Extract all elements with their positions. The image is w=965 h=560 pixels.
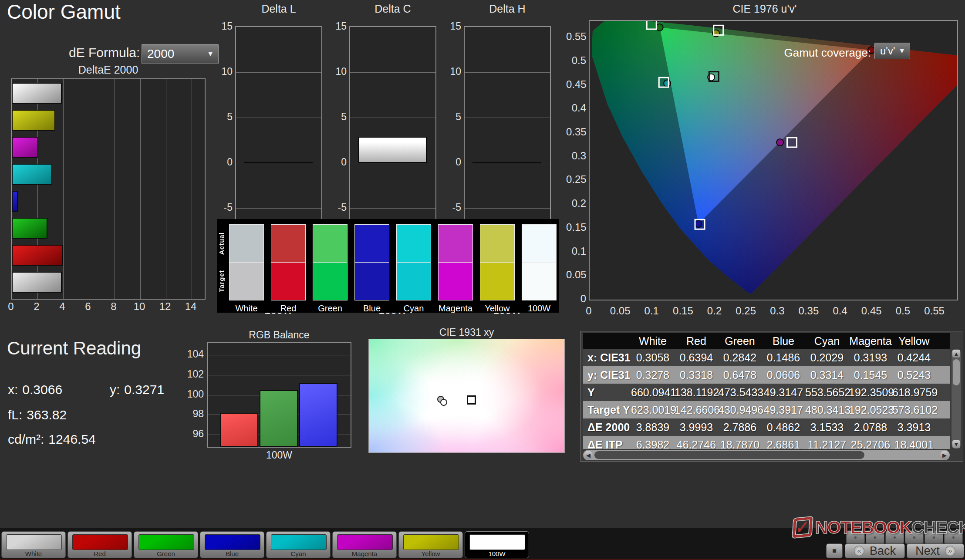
patch-button-yellow[interactable]: Yellow	[398, 531, 463, 558]
de-formula-label: dE Formula:	[69, 45, 140, 60]
mini-control-button-2[interactable]: ●	[866, 530, 884, 544]
mini-toolbar: ●●●●●●	[846, 530, 965, 544]
mini-control-button-5[interactable]: ●	[925, 530, 943, 544]
measured-point-blue	[695, 220, 702, 227]
table-cell: 0.3314	[805, 369, 849, 381]
axis-tick: 4	[54, 300, 71, 313]
de-formula-dropdown[interactable]: 2000 ▼	[142, 44, 219, 64]
current-reading-title: Current Reading	[7, 338, 141, 359]
gamut-coverage-badge-label: Gamut Coverage:	[829, 297, 925, 300]
current-reading-y: y:0.3271	[110, 382, 164, 397]
axis-tick: 0.45	[566, 78, 586, 91]
axis-tick: 0.1	[638, 305, 665, 317]
axis-tick: 98	[184, 408, 204, 420]
table-cell: 2.0788	[849, 421, 892, 434]
axis-tick: 0.35	[566, 126, 586, 138]
table-cell: 2.7886	[718, 421, 762, 434]
axis-tick: 0.5	[566, 54, 586, 67]
patch-button-100w[interactable]: 100W	[465, 531, 529, 558]
patch-swatch	[403, 534, 459, 550]
column-header: Blue	[762, 335, 805, 347]
swatch-label: Magenta	[435, 304, 476, 314]
gridline	[465, 208, 550, 209]
scroll-right-arrow[interactable]: ▶	[940, 451, 949, 459]
patch-button-green[interactable]: Green	[134, 531, 198, 558]
gridline	[208, 355, 351, 355]
swatch-column-yellow: Yellow	[480, 224, 515, 313]
mini-control-button-3[interactable]: ●	[885, 530, 904, 544]
back-button[interactable]: « Back	[845, 543, 905, 558]
deltae-bar-green	[12, 218, 47, 239]
gamut-coverage-label: Gamut coverage:	[784, 46, 871, 60]
table-cell: 2.6861	[762, 439, 805, 449]
table-row: Y660.0941138.1192473.543349.3147553.5652…	[583, 384, 950, 401]
mini-control-button-6[interactable]: ●	[944, 530, 963, 544]
rgb-balance-chart	[207, 342, 351, 448]
patch-button-red[interactable]: Red	[67, 531, 132, 558]
actual-swatch-100w	[522, 224, 557, 263]
table-cell: 3.9993	[675, 421, 718, 434]
mini-control-button-1[interactable]: ●	[846, 530, 865, 544]
table-cell: 623.0019	[631, 404, 675, 416]
page-title: Color Gamut	[7, 0, 121, 24]
axis-tick: 102	[184, 368, 204, 380]
axis-tick: 15	[328, 20, 347, 32]
cie1976-panel: CIE 1976 u'v'	[566, 1, 963, 324]
axis-tick: 0.3	[764, 305, 790, 317]
table-cell: 0.3193	[849, 351, 892, 364]
cie1976-title: CIE 1976 u'v'	[566, 3, 963, 15]
horizontal-scroll-thumb[interactable]	[594, 451, 864, 459]
gamut-coverage-dropdown[interactable]: u'v' ▼	[874, 43, 910, 59]
actual-row-label: Actual	[218, 224, 227, 263]
axis-tick: 0.25	[566, 173, 586, 186]
measured-point-cyan	[664, 80, 671, 87]
axis-tick: 0.15	[566, 221, 586, 233]
swatch-column-cyan: Cyan	[396, 224, 431, 313]
axis-tick: 0.35	[796, 305, 822, 317]
y-value: 0.3271	[124, 382, 164, 397]
x-value: 0.3066	[22, 382, 62, 397]
vertical-scroll-thumb[interactable]	[953, 359, 960, 385]
scroll-up-arrow[interactable]: ▲	[952, 350, 960, 358]
patch-button-cyan[interactable]: Cyan	[266, 531, 331, 558]
actual-swatch-red	[271, 224, 306, 263]
measured-point-magenta	[776, 139, 783, 146]
deltae-bar-100w	[12, 272, 62, 293]
patch-button-magenta[interactable]: Magenta	[332, 531, 397, 558]
table-cell: 430.9496	[718, 404, 762, 416]
stop-button[interactable]: ■	[826, 543, 843, 558]
table-vertical-scrollbar[interactable]: ▲ ▼	[952, 349, 961, 449]
patch-button-white[interactable]: White	[1, 531, 66, 558]
target-row-label: Target	[218, 262, 227, 300]
target-swatch-white	[229, 262, 264, 300]
next-button[interactable]: Next »	[907, 543, 964, 558]
delta-h-zero-bar	[472, 162, 541, 163]
gridline	[192, 79, 192, 299]
mini-control-button-4[interactable]: ●	[905, 530, 924, 544]
deltae-bar-white	[12, 83, 62, 104]
table-horizontal-scrollbar[interactable]: ◀ ▶	[583, 450, 950, 460]
deltae-chart	[11, 78, 206, 300]
scroll-down-arrow[interactable]: ▼	[952, 440, 960, 448]
table-cell: 0.1486	[762, 351, 805, 364]
target-swatch-cyan	[396, 262, 431, 300]
patch-button-blue[interactable]: Blue	[200, 531, 264, 558]
cdm2-value: 1246.54	[48, 432, 95, 446]
scroll-left-arrow[interactable]: ◀	[584, 451, 593, 459]
back-arrow-icon: «	[854, 546, 864, 556]
chevron-down-icon: ▼	[898, 47, 910, 55]
table-row: y: CIE310.32780.33180.64780.06060.33140.…	[583, 366, 950, 384]
table-cell: 6.3982	[631, 439, 675, 449]
de-formula-value: 2000	[142, 47, 207, 61]
table-cell: 46.2746	[675, 439, 718, 449]
target-swatch-magenta	[438, 262, 473, 300]
rgb-bar-green	[260, 390, 298, 447]
rgb-bar-red	[220, 413, 258, 447]
axis-tick: 0.4	[566, 102, 586, 114]
gridline	[350, 163, 435, 163]
x-label: x:	[8, 382, 18, 397]
axis-tick: 5	[328, 111, 347, 123]
patch-label: Blue	[200, 550, 264, 557]
axis-tick: 0	[2, 300, 20, 313]
gridline	[465, 72, 550, 73]
